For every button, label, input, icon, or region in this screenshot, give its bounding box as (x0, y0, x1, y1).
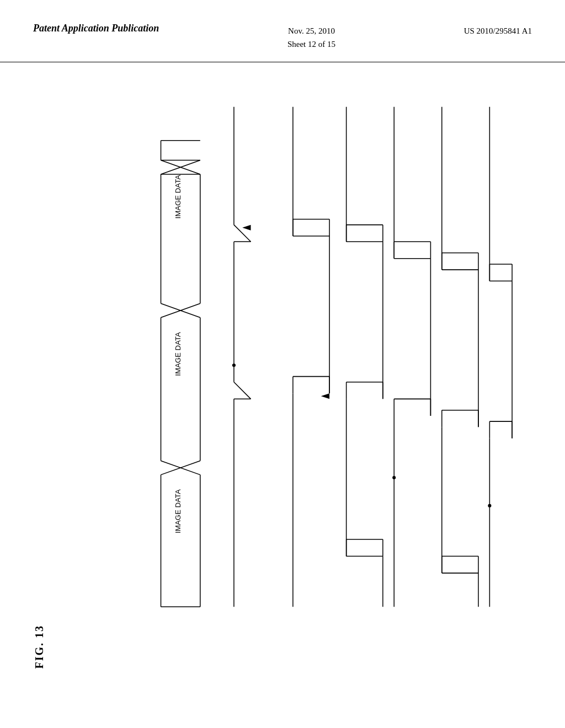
figure-label: FIG. 13 (33, 625, 46, 669)
arrow-2 (321, 393, 329, 399)
sheet-info: Sheet 12 of 15 (287, 40, 335, 49)
publication-date: Nov. 25, 2010 (288, 26, 335, 35)
publication-date-sheet: Nov. 25, 2010 Sheet 12 of 15 (287, 24, 335, 51)
svg-line-21 (234, 382, 251, 399)
image-data-label-2: IMAGE DATA (174, 332, 182, 376)
page-header: Patent Application Publication Nov. 25, … (0, 0, 565, 62)
dot-separator-1 (232, 363, 236, 367)
timing-diagram-area: GCK1B GCK2B GEN SHIFT 1 GL1 SHIFT 2 GL2 … (121, 84, 532, 691)
image-data-label-3: IMAGE DATA (174, 489, 182, 533)
publication-title: Patent Application Publication (33, 22, 159, 35)
dot-separator-2 (392, 476, 396, 479)
publication-number: US 2010/295841 A1 (464, 24, 532, 38)
arrow-1 (242, 225, 250, 231)
image-data-label-1: IMAGE DATA (174, 175, 182, 219)
figure-container: FIG. 13 GCK1B GCK2B GEN SHIFT 1 GL1 SHIF… (0, 62, 565, 713)
dot-separator-3 (488, 504, 491, 507)
